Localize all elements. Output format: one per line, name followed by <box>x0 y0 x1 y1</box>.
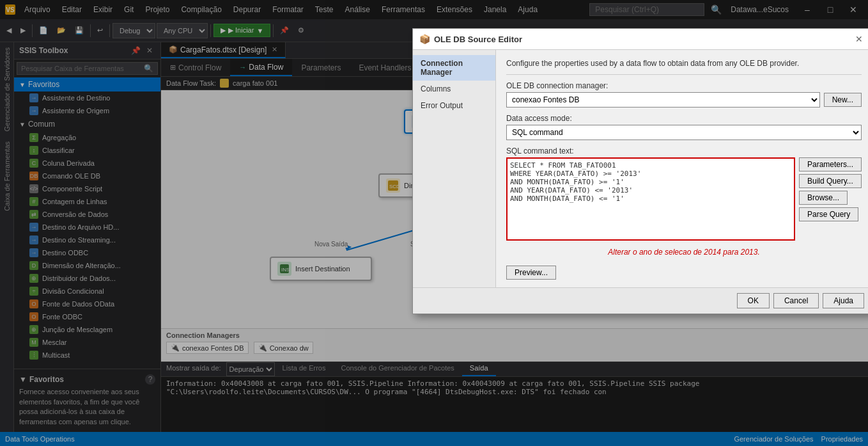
dialog-ajuda-btn[interactable]: Ajuda <box>823 293 864 308</box>
dialog-nav-connection-manager[interactable]: Connection Manager <box>413 55 495 81</box>
dialog-ok-btn[interactable]: OK <box>737 293 770 308</box>
sql-action-buttons: Parameters... Build Query... Browse... P… <box>799 157 862 243</box>
dialog-title-icon: 📦 <box>419 34 430 44</box>
conn-manager-field-label: OLE DB connection manager: <box>506 81 862 90</box>
sql-command-label: SQL command text: <box>506 147 862 155</box>
dialog-left-nav: Connection Manager Columns Error Output <box>413 50 496 287</box>
annotation-area: Alterar o ano de selecao de 2014 para 20… <box>506 248 862 257</box>
dialog-conn-manager-section: OLE DB connection manager: conexao Fonte… <box>506 81 862 108</box>
dialog-title-bar: 📦 OLE DB Source Editor ✕ <box>413 29 868 50</box>
conn-manager-row: conexao Fontes DB New... <box>506 92 862 108</box>
dialog-right: Configure the properties used by a data … <box>496 50 868 287</box>
ole-db-dialog: 📦 OLE DB Source Editor ✕ Connection Mana… <box>412 28 868 314</box>
dialog-close-button[interactable]: ✕ <box>853 33 865 45</box>
dialog-title-text: 📦 OLE DB Source Editor <box>419 34 522 44</box>
parameters-btn[interactable]: Parameters... <box>799 157 862 171</box>
sql-content-area: SELECT * FROM TAB_FATO001 WHERE YEAR(DAT… <box>506 157 795 243</box>
dialog-body: Connection Manager Columns Error Output … <box>413 50 868 287</box>
browse-btn[interactable]: Browse... <box>799 191 848 205</box>
conn-manager-select[interactable]: conexao Fontes DB <box>506 92 820 108</box>
annotation-text: Alterar o ano de selecao de 2014 para 20… <box>506 248 862 257</box>
preview-btn[interactable]: Preview... <box>506 266 556 280</box>
dialog-title-label: OLE DB Source Editor <box>434 35 522 44</box>
dialog-cancel-btn[interactable]: Cancel <box>773 293 819 308</box>
dialog-nav-columns[interactable]: Columns <box>413 81 495 97</box>
parse-query-btn[interactable]: Parse Query <box>799 207 858 221</box>
sql-row: SELECT * FROM TAB_FATO001 WHERE YEAR(DAT… <box>506 157 862 243</box>
sql-text-area[interactable]: SELECT * FROM TAB_FATO001 WHERE YEAR(DAT… <box>506 157 795 241</box>
dialog-description: Configure the properties used by a data … <box>506 58 862 75</box>
preview-row: Preview... <box>506 266 862 280</box>
data-access-select[interactable]: SQL command <box>506 125 862 140</box>
new-conn-btn[interactable]: New... <box>824 93 862 107</box>
build-query-btn[interactable]: Build Query... <box>799 174 862 188</box>
dialog-footer: OK Cancel Ajuda <box>413 287 868 314</box>
dialog-nav-error-output[interactable]: Error Output <box>413 97 495 114</box>
data-access-label: Data access mode: <box>506 114 862 123</box>
dialog-sql-section: SQL command text: SELECT * FROM TAB_FATO… <box>506 147 862 257</box>
dialog-data-access-section: Data access mode: SQL command <box>506 114 862 140</box>
